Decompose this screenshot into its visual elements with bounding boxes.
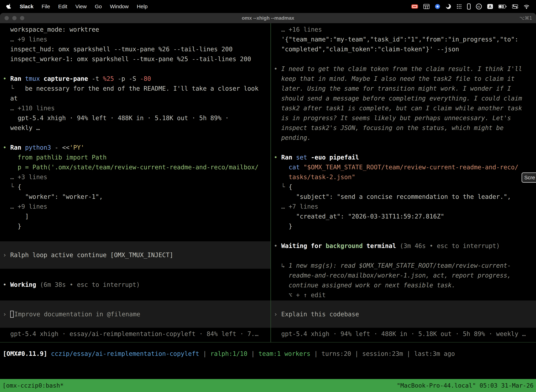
input-source-icon[interactable]: A (487, 4, 493, 9)
menu-view[interactable]: View (75, 4, 86, 9)
svg-text:A: A (489, 5, 492, 9)
omx-status-line: [OMX#0.11.9] cczip/essay/ai-reimplementa… (0, 342, 536, 379)
window-shortcut-hint: ⌥⌘1 (519, 15, 532, 21)
working-status: • Working (6m 38s • esc to interrupt) (3, 280, 140, 289)
right-input[interactable]: › Explain this codebase (271, 300, 536, 328)
window-controls (5, 13, 24, 23)
menu-edit[interactable]: Edit (58, 4, 67, 9)
apple-menu-icon[interactable] (6, 3, 12, 10)
close-button[interactable] (5, 16, 9, 20)
zoom-button[interactable] (20, 16, 24, 20)
minimize-button[interactable] (12, 16, 17, 20)
right-pane[interactable]: … +16 lines '{"team_name":"my-team","tas… (271, 23, 536, 342)
terminal-window[interactable]: omx --xhigh --madmax ⌥⌘1 workspace_mode:… (0, 13, 536, 392)
title-bar[interactable]: omx --xhigh --madmax ⌥⌘1 (0, 13, 536, 23)
menu-window[interactable]: Window (110, 4, 129, 9)
svg-text:61: 61 (478, 5, 480, 8)
blue-app-icon[interactable] (435, 4, 440, 9)
battery-charging-icon[interactable] (498, 4, 507, 9)
menu-go[interactable]: Go (95, 4, 102, 9)
left-input-text[interactable]: Improve documentation in @filename (14, 309, 140, 319)
menu-bar: Slack File Edit View Go Window Help 61 A (0, 0, 536, 13)
text-cursor (10, 311, 14, 318)
menu-file[interactable]: File (42, 4, 50, 9)
suggestion-text[interactable]: Explain this codebase (281, 309, 359, 319)
left-pane[interactable]: workspace_mode: worktree … +9 lines insp… (0, 23, 270, 342)
notification-overlay[interactable]: Scre (522, 173, 536, 183)
screen-record-icon[interactable] (411, 4, 418, 9)
dark-app-icon[interactable] (446, 4, 451, 9)
dots-grid-icon[interactable] (456, 4, 462, 9)
battery-percent-circle-icon[interactable]: 61 (476, 4, 482, 9)
wifi-icon[interactable] (523, 4, 530, 9)
tmux-host-clock: "MacBook-Pro-44.local" 05:03 31-Mar-26 (397, 382, 534, 389)
right-pane-scrollback: … +16 lines '{"team_name":"my-team","tas… (271, 23, 536, 300)
prompt-chevron: › (3, 309, 10, 319)
grid-app-icon[interactable] (423, 4, 429, 9)
prompt-chevron: › (274, 309, 281, 319)
tmux-status-bar: [omx-cczip0:bash* "MacBook-Pro-44.local"… (0, 379, 536, 392)
left-input[interactable]: › Improve documentation in @filename (0, 300, 270, 328)
queued-message: › Ralph loop active continue [OMX_TMUX_I… (0, 241, 270, 269)
control-center-icon[interactable] (512, 4, 518, 9)
window-title: omx --xhigh --madmax (242, 15, 294, 21)
right-pane-status: gpt-5.4 xhigh · 94% left · 488K in · 5.1… (274, 329, 526, 339)
left-pane-scrollback: workspace_mode: worktree … +9 lines insp… (0, 23, 270, 231)
device-outline-icon[interactable] (467, 4, 471, 9)
menu-app-name[interactable]: Slack (20, 4, 34, 9)
tmux-session-name: [omx-cczip0:bash* (2, 382, 64, 389)
menu-help[interactable]: Help (137, 4, 148, 9)
tmux-session: workspace_mode: worktree … +9 lines insp… (0, 23, 536, 342)
left-pane-status: gpt-5.4 xhigh · essay/ai-reimplementatio… (3, 329, 258, 339)
